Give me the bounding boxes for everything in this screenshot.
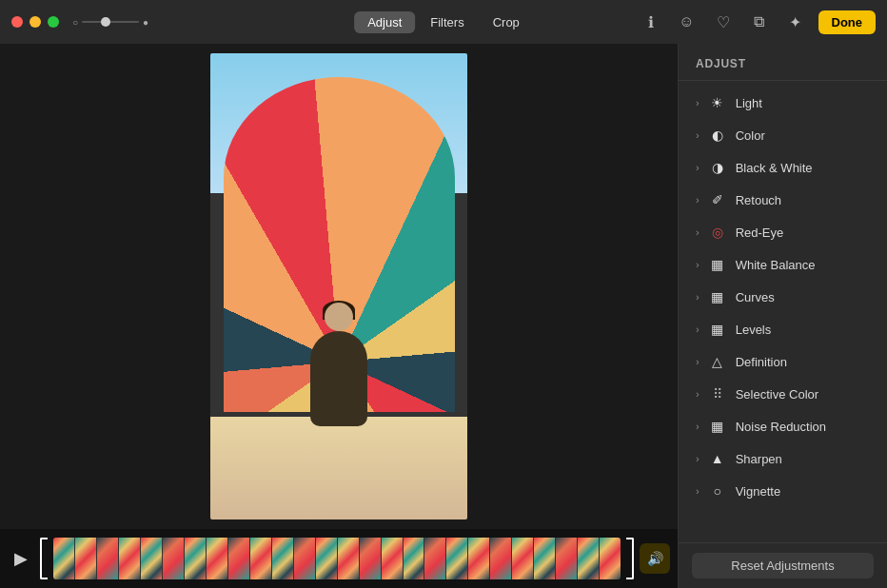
chevron-icon-noise-reduction: › [696, 421, 700, 432]
filmstrip-frame [185, 538, 206, 579]
photo-area: ▶ [0, 44, 678, 588]
toolbar-center: Adjust Filters Crop [354, 11, 533, 33]
chevron-icon-vignette: › [696, 485, 700, 497]
filmstrip-frame [316, 538, 337, 579]
info-button[interactable]: ℹ [638, 9, 664, 35]
right-panel: ADJUST › ☀ Light › ◐ Color › ◑ Black & W… [678, 44, 887, 588]
chevron-icon-sharpen: › [696, 453, 700, 464]
filmstrip-frame [578, 538, 599, 579]
maximize-button[interactable] [48, 16, 59, 28]
reset-adjustments-button[interactable]: Reset Adjustments [692, 553, 874, 578]
photo-content [210, 53, 467, 519]
adjust-label-black-white: Black & White [736, 161, 813, 175]
selective-color-icon: ⠿ [709, 385, 726, 402]
play-button[interactable]: ▶ [8, 545, 34, 572]
filmstrip-frame [207, 538, 227, 579]
adjust-item-definition[interactable]: › △ Definition [679, 345, 887, 378]
adjust-item-vignette[interactable]: › ○ Vignette [679, 475, 887, 507]
adjust-label-vignette: Vignette [736, 484, 780, 499]
adjust-label-selective-color: Selective Color [736, 387, 818, 402]
brightness-control[interactable]: ○ ● [72, 17, 148, 28]
photo-viewer [0, 44, 678, 529]
toolbar-right: ℹ ☺ ♡ ⧉ ✦ Done [638, 9, 877, 35]
photo-sand [210, 417, 467, 519]
brightness-max-icon: ● [143, 17, 148, 28]
chevron-icon-white-balance: › [696, 259, 700, 270]
adjust-label-definition: Definition [736, 355, 787, 369]
copy-icon: ⧉ [754, 13, 764, 30]
filmstrip-frame [600, 538, 621, 579]
magic-icon: ✦ [789, 13, 801, 31]
filmstrip-area: ▶ [0, 529, 678, 588]
filmstrip-frame [119, 538, 140, 579]
adjust-item-curves[interactable]: › ▦ Curves [679, 281, 887, 313]
adjust-item-white-balance[interactable]: › ▦ White Balance [679, 248, 887, 281]
filmstrip-frame [338, 538, 359, 579]
titlebar: ○ ● Adjust Filters Crop ℹ ☺ ♡ ⧉ ✦ Done [0, 0, 887, 44]
adjust-list: › ☀ Light › ◐ Color › ◑ Black & White › … [679, 81, 887, 542]
magic-button[interactable]: ✦ [782, 9, 809, 35]
filmstrip-bracket-right [626, 538, 634, 579]
white-balance-icon: ▦ [709, 256, 726, 273]
retouch-icon: ✐ [709, 191, 726, 208]
chevron-icon-definition: › [696, 356, 700, 367]
filmstrip-frame [382, 538, 403, 579]
brightness-slider[interactable] [82, 21, 139, 23]
adjust-label-white-balance: White Balance [736, 258, 816, 272]
definition-icon: △ [709, 353, 726, 370]
chevron-icon-red-eye: › [696, 226, 700, 238]
adjust-label-levels: Levels [736, 323, 772, 337]
adjust-item-sharpen[interactable]: › ▲ Sharpen [679, 442, 887, 475]
filmstrip-frame [53, 538, 74, 579]
filmstrip-bracket-left [40, 538, 48, 579]
chevron-icon-light: › [696, 97, 700, 108]
emoji-icon: ☺ [679, 13, 694, 30]
adjust-item-noise-reduction[interactable]: › ▦ Noise Reduction [679, 410, 887, 442]
done-button[interactable]: Done [818, 10, 877, 34]
crop-tab[interactable]: Crop [480, 11, 533, 33]
traffic-lights [11, 16, 59, 28]
chevron-icon-levels: › [696, 323, 700, 335]
curves-icon: ▦ [709, 288, 726, 305]
filmstrip-frame [468, 538, 489, 579]
chevron-icon-black-white: › [696, 162, 700, 173]
photo-person-head [325, 303, 353, 331]
filmstrip-frame [141, 538, 162, 579]
chevron-icon-retouch: › [696, 194, 700, 206]
adjust-item-selective-color[interactable]: › ⠿ Selective Color [679, 378, 887, 410]
adjust-item-light[interactable]: › ☀ Light [679, 87, 887, 119]
photo-person [310, 331, 367, 426]
adjust-label-retouch: Retouch [736, 193, 781, 207]
filmstrip-frame [163, 538, 184, 579]
heart-button[interactable]: ♡ [710, 9, 737, 35]
adjust-item-levels[interactable]: › ▦ Levels [679, 313, 887, 345]
adjust-label-light: Light [736, 96, 762, 110]
emoji-button[interactable]: ☺ [674, 9, 700, 35]
copy-button[interactable]: ⧉ [746, 9, 773, 35]
filmstrip-frame [97, 538, 118, 579]
adjust-item-color[interactable]: › ◐ Color [679, 119, 887, 151]
filmstrip[interactable] [53, 538, 621, 579]
filmstrip-frame [534, 538, 555, 579]
adjust-item-retouch[interactable]: › ✐ Retouch [679, 184, 887, 216]
brightness-thumb [101, 17, 110, 27]
adjust-tab[interactable]: Adjust [354, 11, 415, 33]
noise-reduction-icon: ▦ [709, 418, 726, 435]
filmstrip-frame [75, 538, 96, 579]
reset-btn-area: Reset Adjustments [679, 542, 887, 588]
filters-tab[interactable]: Filters [417, 11, 477, 33]
volume-icon: 🔊 [647, 551, 663, 566]
filmstrip-frame [250, 538, 271, 579]
minimize-button[interactable] [30, 16, 41, 28]
filmstrip-frame [294, 538, 315, 579]
adjust-item-black-white[interactable]: › ◑ Black & White [679, 151, 887, 184]
red-eye-icon: ◎ [709, 224, 726, 241]
adjust-item-red-eye[interactable]: › ◎ Red-Eye [679, 216, 887, 248]
adjust-label-noise-reduction: Noise Reduction [736, 420, 826, 434]
light-icon: ☀ [709, 94, 726, 111]
color-icon: ◐ [709, 127, 726, 144]
filmstrip-frame [490, 538, 511, 579]
black-white-icon: ◑ [709, 159, 726, 176]
close-button[interactable] [11, 16, 23, 28]
volume-button[interactable]: 🔊 [640, 543, 670, 574]
